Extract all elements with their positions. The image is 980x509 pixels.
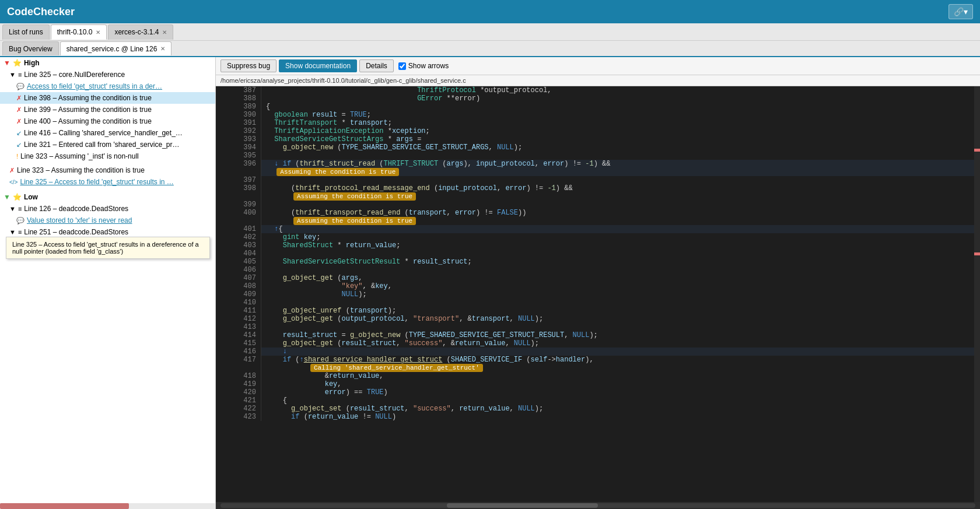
line-number: 409 — [216, 290, 261, 299]
show-arrows-checkbox[interactable] — [398, 62, 406, 70]
tree-item-access-field[interactable]: 💬 Access to field 'get_struct' results i… — [0, 80, 215, 92]
warn-icon: ! — [16, 153, 18, 160]
tree-group-deadstores126[interactable]: ▼ ≡ Line 126 – deadcode.DeadStores — [0, 203, 215, 215]
code-line-416: 416 ↓ — [216, 347, 980, 356]
line-content: ThriftProtocol *output_protocol, — [261, 86, 980, 94]
code-icon: </> — [9, 179, 18, 185]
expand-icon: ▼ — [9, 229, 16, 236]
cross-icon: ✗ — [16, 106, 22, 114]
line-number: 412 — [216, 315, 261, 323]
item-label: Line 400 – Assuming the condition is tru… — [24, 117, 152, 125]
line-number: 391 — [216, 119, 261, 127]
tree-item-line323-warn[interactable]: ! Line 323 – Assuming '_inst' is non-nul… — [0, 150, 215, 162]
line-number: 387 — [216, 86, 261, 94]
code-line-402: 402 gint key; — [216, 233, 980, 241]
tree-item-line321[interactable]: ↙ Line 321 – Entered call from 'shared_s… — [0, 139, 215, 150]
tab-xerces[interactable]: xerces-c-3.1.4 ✕ — [108, 24, 173, 40]
code-line-405: 405 SharedServiceGetStructResult * resul… — [216, 258, 980, 266]
line-content — [261, 323, 980, 331]
tree-item-line323-cond[interactable]: ✗ Line 323 – Assuming the condition is t… — [0, 164, 215, 176]
tab-close-icon[interactable]: ✕ — [162, 29, 167, 36]
item-label: Value stored to 'xfer' is never read — [27, 216, 132, 224]
line-number: 394 — [216, 143, 261, 152]
line-number: 405 — [216, 258, 261, 266]
tab-label: Bug Overview — [9, 45, 52, 53]
tree-item-value-xfer-126[interactable]: 💬 Value stored to 'xfer' is never read — [0, 215, 215, 226]
line-number: 407 — [216, 274, 261, 282]
line-content — [261, 201, 980, 209]
line-number: 408 — [216, 282, 261, 290]
line-content: result_struct = g_object_new (TYPE_SHARE… — [261, 331, 980, 339]
item-label: Line 325 – Access to field 'get_struct' … — [20, 178, 173, 186]
section-low[interactable]: ▼ ⭐ Low — [0, 191, 215, 203]
tab-shared-service[interactable]: shared_service.c @ Line 126 ✕ — [60, 41, 172, 55]
list-icon: ≡ — [18, 205, 22, 212]
tree-item-line325-access[interactable]: </> Line 325 – Access to field 'get_stru… — [0, 176, 215, 188]
cross-icon: ✗ — [16, 94, 22, 102]
right-scrollbar[interactable] — [974, 86, 980, 502]
severity-low-icon: ⭐ — [13, 193, 22, 201]
line-content: "key", &key, — [261, 282, 980, 290]
annotation-text: Assuming the condition is true — [297, 217, 412, 224]
header-icon-btn[interactable]: 🔗▾ — [949, 4, 973, 19]
list-icon: ≡ — [18, 71, 22, 78]
item-label: Line 323 – Assuming '_inst' is non-null — [20, 152, 139, 160]
code-line-398: 398 (thrift_protocol_read_message_end (i… — [216, 184, 980, 201]
code-line-403: 403 SharedStruct * return_value; — [216, 241, 980, 250]
tree-group-deadstores251[interactable]: ▼ ≡ Line 251 – deadcode.DeadStores — [0, 226, 215, 238]
tab-thrift[interactable]: thrift-0.10.0 ✕ — [51, 24, 107, 40]
section-high[interactable]: ▼ ⭐ High — [0, 57, 215, 69]
line-content: ↓ if (thrift_struct_read (THRIFT_STRUCT … — [261, 160, 980, 176]
bottom-scroll-thumb — [447, 503, 598, 508]
tree-item-line416[interactable]: ↙ Line 416 – Calling 'shared_service_han… — [0, 127, 215, 139]
line-content: ThriftApplicationException *xception; — [261, 127, 980, 135]
line-number: 417 — [216, 356, 261, 372]
tree-item-line399[interactable]: ✗ Line 399 – Assuming the condition is t… — [0, 104, 215, 115]
tab-bug-overview[interactable]: Bug Overview — [2, 41, 59, 55]
tab-close-icon[interactable]: ✕ — [160, 45, 165, 52]
tab-list-of-runs[interactable]: List of runs — [2, 24, 50, 40]
line-content: SharedStruct * return_value; — [261, 241, 980, 250]
item-label: Line 416 – Calling 'shared_service_handl… — [24, 129, 183, 137]
line-number: 399 — [216, 201, 261, 209]
tree-item-line398[interactable]: ✗ Line 398 – Assuming the condition is t… — [0, 92, 215, 104]
annotation-text: Calling 'shared_service_handler_get_stru… — [314, 364, 480, 371]
code-line-388: 388 GError **error) — [216, 94, 980, 103]
code-line-413: 413 — [216, 323, 980, 331]
code-line-395: 395 — [216, 152, 980, 160]
code-line-412: 412 g_object_get (output_protocol, "tran… — [216, 315, 980, 323]
tree-group-nullderef[interactable]: ▼ ≡ Line 325 – core.NullDereference — [0, 69, 215, 80]
line-content: error) == TRUE) — [261, 388, 980, 396]
tooltip-popup: Line 325 – Access to field 'get_struct' … — [6, 237, 210, 259]
line-content: g_object_get (result_struct, "success", … — [261, 339, 980, 347]
show-documentation-button[interactable]: Show documentation — [279, 59, 357, 72]
details-button[interactable]: Details — [359, 59, 394, 72]
line-content: (thrift_protocol_read_message_end (input… — [261, 184, 980, 201]
code-area[interactable]: 387 ThriftProtocol *output_protocol, 388… — [216, 86, 980, 502]
line-content — [261, 176, 980, 184]
tab-close-icon[interactable]: ✕ — [96, 29, 100, 36]
line-number: 389 — [216, 103, 261, 111]
code-line-394: 394 g_object_new (TYPE_SHARED_SERVICE_GE… — [216, 143, 980, 152]
left-scrollbar[interactable] — [0, 503, 215, 509]
line-number: 390 — [216, 111, 261, 119]
line-content: { — [261, 396, 980, 405]
item-label: Line 323 – Assuming the condition is tru… — [17, 166, 145, 174]
list-icon: ≡ — [18, 229, 22, 236]
code-line-423: 423 if (return_value != NULL) — [216, 413, 980, 421]
line-content: gboolean result = TRUE; — [261, 111, 980, 119]
suppress-bug-button[interactable]: Suppress bug — [220, 59, 276, 72]
bottom-scrollbar[interactable] — [216, 502, 980, 509]
tab-label: List of runs — [9, 28, 43, 36]
line-number: 418 — [216, 372, 261, 380]
tree-item-line400[interactable]: ✗ Line 400 – Assuming the condition is t… — [0, 115, 215, 127]
code-line-411: 411 g_object_unref (transport); — [216, 307, 980, 315]
line-number: 414 — [216, 331, 261, 339]
line-content — [261, 266, 980, 274]
tab-label: shared_service.c @ Line 126 — [66, 45, 158, 53]
line-content: g_object_unref (transport); — [261, 307, 980, 315]
bottom-scroll-track — [220, 503, 975, 508]
code-line-390: 390 gboolean result = TRUE; — [216, 111, 980, 119]
line-content: if (↑shared_service_handler_get_struct (… — [261, 356, 980, 372]
call-icon: ↙ — [16, 141, 22, 149]
